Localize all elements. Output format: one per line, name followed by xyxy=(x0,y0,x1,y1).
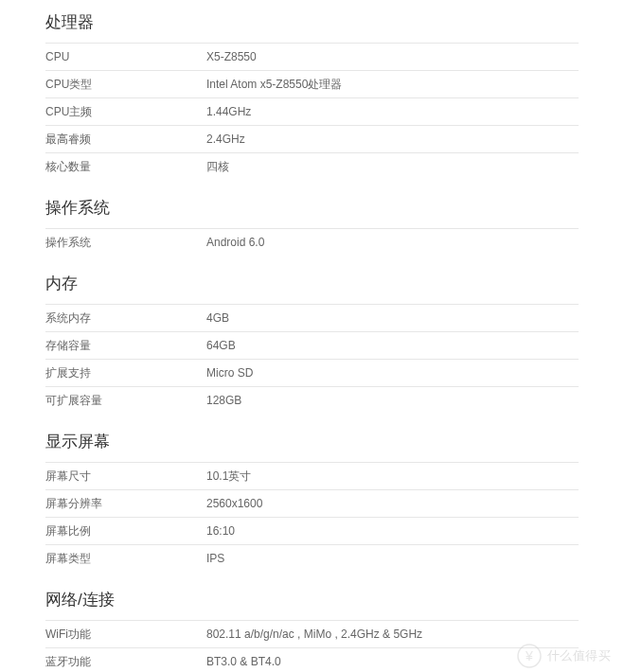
spec-value: 16:10 xyxy=(206,522,579,539)
spec-label: CPU主频 xyxy=(45,103,206,120)
spec-value: 1.44GHz xyxy=(206,103,579,120)
spec-row: CPU类型Intel Atom x5-Z8550处理器 xyxy=(45,70,579,97)
spec-label: 屏幕类型 xyxy=(45,550,206,567)
spec-row: CPUX5-Z8550 xyxy=(45,43,579,70)
spec-row: 系统内存4GB xyxy=(45,304,579,331)
spec-row: 蓝牙功能BT3.0 & BT4.0 xyxy=(45,647,579,672)
spec-row: 扩展支持Micro SD xyxy=(45,359,579,386)
spec-label: 蓝牙功能 xyxy=(45,653,206,670)
spec-label: CPU类型 xyxy=(45,76,206,93)
watermark-logo-icon: ¥ xyxy=(517,644,542,668)
spec-row: 屏幕类型IPS xyxy=(45,544,579,572)
spec-row: 核心数量四核 xyxy=(45,152,579,180)
spec-row: 操作系统Android 6.0 xyxy=(45,228,579,256)
spec-row: 屏幕分辨率2560x1600 xyxy=(45,489,579,517)
spec-row: 最高睿频2.4GHz xyxy=(45,125,579,152)
spec-value: 802.11 a/b/g/n/ac , MiMo , 2.4GHz & 5GHz xyxy=(206,626,579,643)
spec-label: 屏幕尺寸 xyxy=(45,468,206,485)
spec-value: X5-Z8550 xyxy=(206,48,579,65)
watermark-text: 什么值得买 xyxy=(547,647,612,664)
spec-label: 存储容量 xyxy=(45,337,206,354)
spec-value: IPS xyxy=(206,550,579,567)
spec-label: 系统内存 xyxy=(45,309,206,327)
spec-value: 2.4GHz xyxy=(206,131,579,148)
spec-label: CPU xyxy=(45,48,206,65)
spec-row: CPU主频1.44GHz xyxy=(45,97,579,125)
spec-label: 屏幕比例 xyxy=(45,522,206,539)
section-title: 显示屏幕 xyxy=(45,431,579,452)
currency-symbol: ¥ xyxy=(525,648,533,663)
section-title: 处理器 xyxy=(45,11,579,33)
section-title: 操作系统 xyxy=(45,197,579,219)
spec-row: 屏幕尺寸10.1英寸 xyxy=(45,462,579,489)
spec-value: 四核 xyxy=(206,158,579,175)
spec-row: WiFi功能802.11 a/b/g/n/ac , MiMo , 2.4GHz … xyxy=(45,620,579,647)
spec-value: 128GB xyxy=(206,392,579,409)
watermark: ¥ 什么值得买 xyxy=(517,644,612,668)
spec-value: Intel Atom x5-Z8550处理器 xyxy=(206,76,579,93)
spec-row: 屏幕比例16:10 xyxy=(45,517,579,544)
spec-label: WiFi功能 xyxy=(45,626,206,643)
spec-row: 可扩展容量128GB xyxy=(45,386,579,414)
spec-value: 10.1英寸 xyxy=(206,468,579,485)
section-title: 网络/连接 xyxy=(45,589,579,610)
spec-value: 2560x1600 xyxy=(206,495,579,512)
spec-label: 可扩展容量 xyxy=(45,392,206,409)
spec-label: 操作系统 xyxy=(45,234,206,251)
spec-row: 存储容量64GB xyxy=(45,331,579,359)
spec-sheet: 处理器CPUX5-Z8550CPU类型Intel Atom x5-Z8550处理… xyxy=(0,0,624,672)
spec-value: 4GB xyxy=(206,309,579,327)
section-title: 内存 xyxy=(45,273,579,294)
spec-label: 扩展支持 xyxy=(45,364,206,381)
spec-label: 屏幕分辨率 xyxy=(45,495,206,512)
spec-value: Micro SD xyxy=(206,364,579,381)
spec-value: 64GB xyxy=(206,337,579,354)
spec-label: 最高睿频 xyxy=(45,131,206,148)
spec-value: Android 6.0 xyxy=(206,234,579,251)
spec-label: 核心数量 xyxy=(45,158,206,175)
